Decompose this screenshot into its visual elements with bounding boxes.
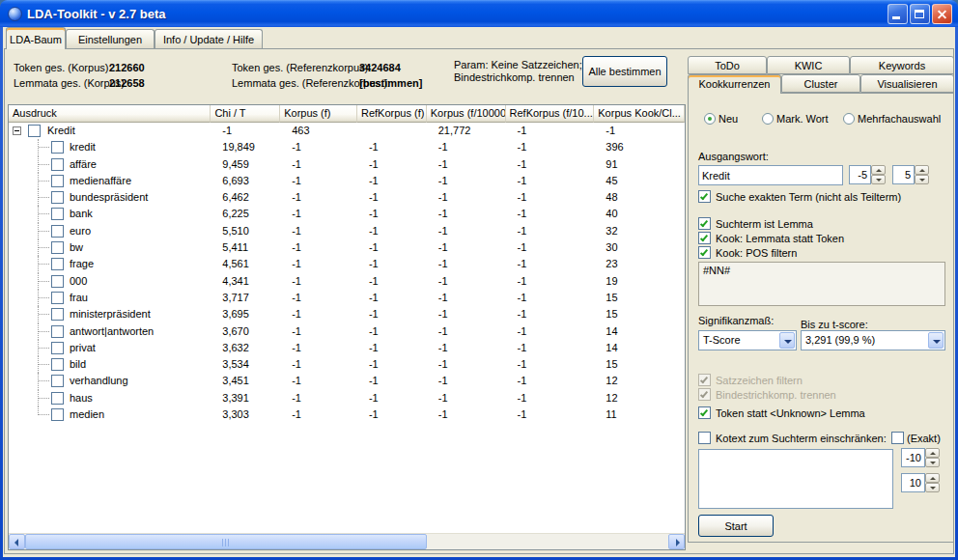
row-checkbox[interactable] bbox=[51, 191, 64, 204]
radio-mehrfachauswahl[interactable] bbox=[843, 113, 855, 125]
spin-up-button[interactable] bbox=[915, 165, 929, 175]
titlebar[interactable]: LDA-Toolkit - v 2.7 beta bbox=[0, 0, 958, 27]
spin-down-button[interactable] bbox=[915, 175, 929, 184]
table-row[interactable]: kredit 19,849 -1 -1 -1 -1 396 bbox=[9, 139, 685, 155]
kotext-input[interactable] bbox=[698, 449, 893, 509]
tab-todo[interactable]: ToDo bbox=[688, 56, 767, 74]
table-row[interactable]: privat 3,632 -1 -1 -1 -1 14 bbox=[9, 340, 685, 356]
row-checkbox[interactable] bbox=[51, 408, 64, 421]
spin-down-button[interactable] bbox=[925, 483, 940, 492]
checkbox-suche-exakt[interactable] bbox=[698, 190, 711, 203]
checkbox-kook-lemmata[interactable] bbox=[698, 232, 711, 244]
spin-down-button[interactable] bbox=[871, 175, 886, 184]
spin-up-button[interactable] bbox=[925, 448, 940, 458]
tab-info-update-hilfe[interactable]: Info / Update / Hilfe bbox=[155, 29, 263, 48]
start-button[interactable]: Start bbox=[698, 515, 774, 537]
checkbox-suchterm-lemma[interactable] bbox=[698, 217, 711, 230]
row-checkbox[interactable] bbox=[51, 342, 64, 354]
tab-cluster[interactable]: Cluster bbox=[781, 74, 860, 93]
cell-refkorpus-f: -1 bbox=[357, 139, 427, 155]
cell-korpus-kook: 15 bbox=[594, 356, 685, 373]
ausgangswort-input[interactable] bbox=[698, 165, 843, 185]
row-checkbox[interactable] bbox=[51, 275, 64, 288]
spin-down-button[interactable] bbox=[925, 458, 940, 467]
row-checkbox[interactable] bbox=[51, 225, 64, 238]
scrollbar-thumb[interactable] bbox=[25, 534, 427, 549]
pos-filter-input[interactable]: #NN# bbox=[698, 262, 945, 306]
tab-visualisieren[interactable]: Visualisieren bbox=[860, 74, 954, 93]
row-checkbox[interactable] bbox=[28, 125, 41, 137]
table-row[interactable]: frage 4,561 -1 -1 -1 -1 23 bbox=[9, 256, 685, 272]
row-checkbox[interactable] bbox=[51, 292, 64, 304]
checkbox-token-statt[interactable] bbox=[698, 406, 711, 419]
maximize-button[interactable] bbox=[910, 4, 930, 24]
cell-refkorpus-f: -1 bbox=[357, 306, 427, 322]
chevron-down-icon[interactable] bbox=[928, 332, 944, 349]
close-button[interactable] bbox=[932, 4, 952, 24]
tab-keywords[interactable]: Keywords bbox=[850, 56, 954, 74]
cell-korpus-f10000: -1 bbox=[427, 256, 506, 272]
table-row[interactable]: bw 5,411 -1 -1 -1 -1 30 bbox=[9, 239, 685, 256]
column-header-korpus-f10000[interactable]: Korpus (f/10000) bbox=[427, 105, 506, 123]
scroll-right-button[interactable] bbox=[668, 534, 685, 549]
tab-lda-baum[interactable]: LDA-Baum bbox=[6, 27, 66, 49]
kotext-left-spinner[interactable]: -10 bbox=[901, 448, 938, 467]
row-checkbox[interactable] bbox=[51, 325, 64, 338]
checkbox-exakt[interactable] bbox=[891, 432, 904, 444]
row-checkbox[interactable] bbox=[51, 392, 64, 405]
table-row-root[interactable]: Kredit -1 463 21,772 -1 -1 bbox=[9, 123, 685, 139]
table-row[interactable]: ministerpräsident 3,695 -1 -1 -1 -1 15 bbox=[9, 306, 685, 322]
row-checkbox[interactable] bbox=[51, 141, 64, 154]
table-row[interactable]: frau 3,717 -1 -1 -1 -1 15 bbox=[9, 290, 685, 306]
scroll-left-button[interactable] bbox=[9, 534, 25, 549]
cell-korpus-f10000: -1 bbox=[427, 206, 506, 222]
checkbox-kook-pos[interactable] bbox=[698, 246, 711, 259]
radio-mark-wort[interactable] bbox=[762, 113, 774, 125]
checkbox-kotext[interactable] bbox=[698, 432, 711, 444]
table-row[interactable]: bundespräsident 6,462 -1 -1 -1 -1 48 bbox=[9, 189, 685, 206]
column-header-refkorpus-f[interactable]: RefKorpus (f) bbox=[357, 105, 427, 123]
table-row[interactable]: verhandlung 3,451 -1 -1 -1 -1 12 bbox=[9, 373, 685, 389]
row-checkbox[interactable] bbox=[51, 375, 64, 387]
row-checkbox[interactable] bbox=[51, 358, 64, 371]
column-header-korpus-kook[interactable]: Korpus Kook/Cl... bbox=[594, 105, 685, 123]
column-header-ausdruck[interactable]: Ausdruck bbox=[9, 105, 211, 123]
chevron-down-icon[interactable] bbox=[779, 332, 795, 349]
tree-root-label: Kredit bbox=[47, 125, 75, 136]
table-row[interactable]: bild 3,534 -1 -1 -1 -1 15 bbox=[9, 356, 685, 373]
column-header-korpus-f[interactable]: Korpus (f) bbox=[280, 105, 357, 123]
signifikanz-select[interactable]: T-Score bbox=[698, 330, 797, 350]
spin-up-button[interactable] bbox=[871, 165, 886, 175]
table-row[interactable]: medien 3,303 -1 -1 -1 -1 11 bbox=[9, 406, 685, 423]
row-checkbox[interactable] bbox=[51, 258, 64, 270]
table-row[interactable]: euro 5,510 -1 -1 -1 -1 32 bbox=[9, 223, 685, 239]
horizontal-scrollbar[interactable] bbox=[9, 533, 685, 549]
column-header-refkorpus-f10[interactable]: RefKorpus (f/10... bbox=[506, 105, 595, 123]
radio-neu[interactable] bbox=[704, 113, 716, 125]
row-checkbox[interactable] bbox=[51, 208, 64, 220]
row-checkbox[interactable] bbox=[51, 158, 64, 171]
span-left-spinner[interactable]: -5 bbox=[849, 165, 886, 184]
table-row[interactable]: affäre 9,459 -1 -1 -1 -1 91 bbox=[9, 156, 685, 173]
alle-bestimmen-button[interactable]: Alle bestimmen bbox=[582, 56, 667, 87]
collapse-icon[interactable] bbox=[13, 126, 21, 135]
table-row[interactable]: medienaffäre 6,693 -1 -1 -1 -1 45 bbox=[9, 173, 685, 189]
span-right-spinner[interactable]: 5 bbox=[892, 165, 929, 184]
cell-korpus-f: -1 bbox=[280, 189, 357, 206]
minimize-button[interactable] bbox=[888, 4, 908, 24]
row-checkbox[interactable] bbox=[51, 175, 64, 187]
table-row[interactable]: haus 3,391 -1 -1 -1 -1 12 bbox=[9, 390, 685, 406]
row-checkbox[interactable] bbox=[51, 308, 64, 321]
spin-up-button[interactable] bbox=[925, 473, 940, 483]
tab-kookkurrenzen[interactable]: Kookkurrenzen bbox=[688, 74, 781, 94]
column-header-chi-t[interactable]: Chi / T bbox=[211, 105, 280, 123]
bis-t-score-select[interactable]: 3,291 (99,9 %) bbox=[801, 330, 945, 350]
tab-einstellungen[interactable]: Einstellungen bbox=[66, 29, 155, 48]
row-checkbox[interactable] bbox=[51, 241, 64, 254]
kotext-right-spinner[interactable]: 10 bbox=[901, 473, 938, 492]
tab-kwic[interactable]: KWIC bbox=[767, 56, 850, 74]
table-row[interactable]: bank 6,225 -1 -1 -1 -1 40 bbox=[9, 206, 685, 222]
table-row[interactable]: 000 4,341 -1 -1 -1 -1 19 bbox=[9, 273, 685, 290]
cell-korpus-f: -1 bbox=[280, 356, 357, 373]
table-row[interactable]: antwort|antworten 3,670 -1 -1 -1 -1 14 bbox=[9, 323, 685, 340]
